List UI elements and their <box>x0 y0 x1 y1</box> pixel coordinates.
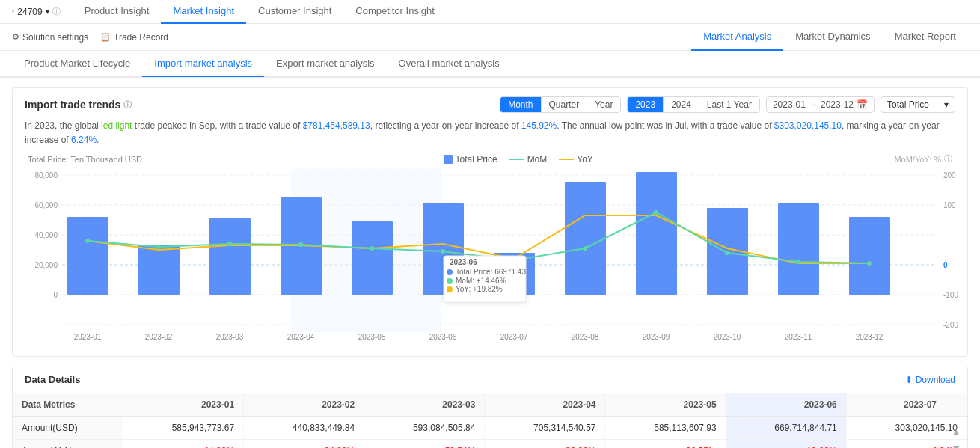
table-title: Data Details <box>25 374 80 385</box>
peak-pct: 145.92% <box>521 120 557 131</box>
legend-mom-label: MoM <box>527 154 548 165</box>
bar-dec <box>849 217 890 295</box>
settings-label: Solution settings <box>22 32 88 43</box>
mom-dot-jan <box>85 239 90 243</box>
legend-total-price: Total Price <box>444 154 497 165</box>
svg-text:2023-08: 2023-08 <box>572 333 599 341</box>
svg-text:0: 0 <box>53 291 58 299</box>
val-yoy-jan: +44.08% <box>123 440 243 448</box>
svg-point-32 <box>447 278 453 284</box>
tab-customer-insight[interactable]: Customer Insight <box>246 0 343 24</box>
tab-market-insight[interactable]: Market Insight <box>161 0 246 24</box>
tab-product-insight[interactable]: Product Insight <box>73 0 162 24</box>
third-tab-export[interactable]: Export market analysis <box>264 50 387 77</box>
chart-svg-container: 80,000 60,000 40,000 20,000 0 200 100 0 … <box>25 168 955 347</box>
legend-bar-icon <box>444 155 453 164</box>
svg-text:2023-09: 2023-09 <box>643 333 670 341</box>
solution-settings[interactable]: ⚙ Solution settings <box>12 32 88 43</box>
table-row: Amount(USD) 585,943,773.67 440,833,449.8… <box>13 417 967 440</box>
dropdown-icon: ▾ <box>46 7 49 16</box>
mom-dot-sep <box>654 210 658 215</box>
sub-tabs: Market Analysis Market Dynamics Market R… <box>691 24 968 51</box>
scroll-up-icon[interactable]: ▲ <box>951 426 961 438</box>
svg-text:2023-11: 2023-11 <box>785 333 812 341</box>
val-yoy-mar: +52.54% <box>364 440 485 448</box>
third-tab-lifecycle[interactable]: Product Market Lifecycle <box>12 50 142 77</box>
bar-aug <box>565 182 606 295</box>
year-last1[interactable]: Last 1 Year <box>699 97 759 112</box>
right-axis-label: MoM/YoY: % ⓘ <box>894 153 952 165</box>
back-icon: ‹ <box>12 7 14 16</box>
chart-header: Import trade trends ⓘ Month Quarter Year… <box>25 96 955 113</box>
svg-text:YoY: +19.82%: YoY: +19.82% <box>456 285 503 293</box>
svg-text:MoM: +14.46%: MoM: +14.46% <box>456 277 506 285</box>
bar-mar <box>209 218 251 295</box>
chart-title: Import trade trends ⓘ <box>25 99 132 111</box>
top-nav: ‹ 24709 ▾ ⓘ Product Insight Market Insig… <box>0 0 980 24</box>
svg-text:60,000: 60,000 <box>34 201 58 209</box>
svg-text:2023-03: 2023-03 <box>216 333 244 341</box>
sub-tab-market-dynamics[interactable]: Market Dynamics <box>783 24 882 51</box>
chart-controls: Month Quarter Year 2023 2024 Last 1 Year… <box>500 96 955 113</box>
date-separator: → <box>809 99 818 110</box>
val-amount-mar: 593,084,505.84 <box>364 417 485 440</box>
val-amount-jan: 585,943,773.67 <box>123 417 243 440</box>
period-quarter[interactable]: Quarter <box>542 97 588 112</box>
svg-text:Total Price: 66971.43: Total Price: 66971.43 <box>456 268 526 276</box>
info-icon: ⓘ <box>52 6 61 17</box>
y-axis-label: Total Price: Ten Thousand USD <box>28 155 142 164</box>
val-amount-may: 585,113,607.93 <box>605 417 726 440</box>
sub-tab-market-analysis[interactable]: Market Analysis <box>691 24 783 51</box>
mom-dot-dec <box>867 261 872 266</box>
app-id: 24709 <box>17 7 42 17</box>
table-header-row: Data Details ⬇ Download <box>13 366 967 393</box>
svg-text:2023-06: 2023-06 <box>429 333 457 341</box>
calendar-icon: 📅 <box>857 99 868 110</box>
metric-amount-usd: Amount(USD) <box>13 417 123 440</box>
data-table: Data Metrics 2023-01 2023-02 2023-03 202… <box>13 393 967 448</box>
val-amount-feb: 440,833,449.84 <box>244 417 364 440</box>
legend-mom: MoM <box>509 154 548 165</box>
record-icon: 📋 <box>100 32 111 42</box>
mom-dot-mar <box>227 242 232 246</box>
period-year[interactable]: Year <box>587 97 620 112</box>
chart-svg: 80,000 60,000 40,000 20,000 0 200 100 0 … <box>25 168 967 347</box>
val-yoy-jun: +19.82% <box>726 440 846 448</box>
third-tab-overall[interactable]: Overall market analysis <box>387 50 512 77</box>
legend-yoy: YoY <box>559 154 593 165</box>
back-button[interactable]: ‹ 24709 ▾ ⓘ <box>12 6 61 17</box>
scroll-down-icon[interactable]: ▼ <box>951 442 961 448</box>
year-2023[interactable]: 2023 <box>628 97 664 112</box>
year-2024[interactable]: 2024 <box>664 97 699 112</box>
top-tabs: Product Insight Market Insight Customer … <box>73 0 447 24</box>
svg-text:100: 100 <box>943 201 956 209</box>
col-2023-05: 2023-05 <box>605 393 726 417</box>
bar-jan <box>67 217 108 295</box>
low-pct: 6.24% <box>71 135 97 145</box>
val-yoy-feb: +24.90% <box>244 440 364 448</box>
date-range-picker[interactable]: 2023-01 → 2023-12 📅 <box>766 96 875 113</box>
low-value: $303,020,145.10 <box>774 120 842 131</box>
third-tab-import[interactable]: Import market analysis <box>142 50 264 77</box>
mom-dot-apr <box>298 242 303 247</box>
download-icon: ⬇ <box>905 375 913 385</box>
metric-selector[interactable]: Total Price ▾ <box>881 96 955 113</box>
tab-competitor-insight[interactable]: Competitor Insight <box>343 0 447 24</box>
data-table-section: Data Details ⬇ Download Data Metrics 202… <box>12 366 968 448</box>
record-label: Trade Record <box>114 32 168 43</box>
sub-tab-market-report[interactable]: Market Report <box>883 24 968 51</box>
svg-text:2023-04: 2023-04 <box>287 333 315 341</box>
period-month[interactable]: Month <box>500 97 541 112</box>
download-label: Download <box>916 375 955 385</box>
second-nav: ⚙ Solution settings 📋 Trade Record Marke… <box>0 24 980 51</box>
download-button[interactable]: ⬇ Download <box>905 375 955 385</box>
svg-text:2023-05: 2023-05 <box>358 333 386 341</box>
metric-amount-yoy: Amount YoY <box>13 440 123 448</box>
mom-dot-feb <box>156 245 161 249</box>
svg-text:0: 0 <box>943 261 948 269</box>
table-row: Amount YoY +44.08% +24.90% +52.54% +26.2… <box>13 440 967 448</box>
svg-point-34 <box>447 286 453 292</box>
trade-record[interactable]: 📋 Trade Record <box>100 32 168 43</box>
bar-may <box>352 221 393 295</box>
date-start: 2023-01 <box>773 99 806 110</box>
